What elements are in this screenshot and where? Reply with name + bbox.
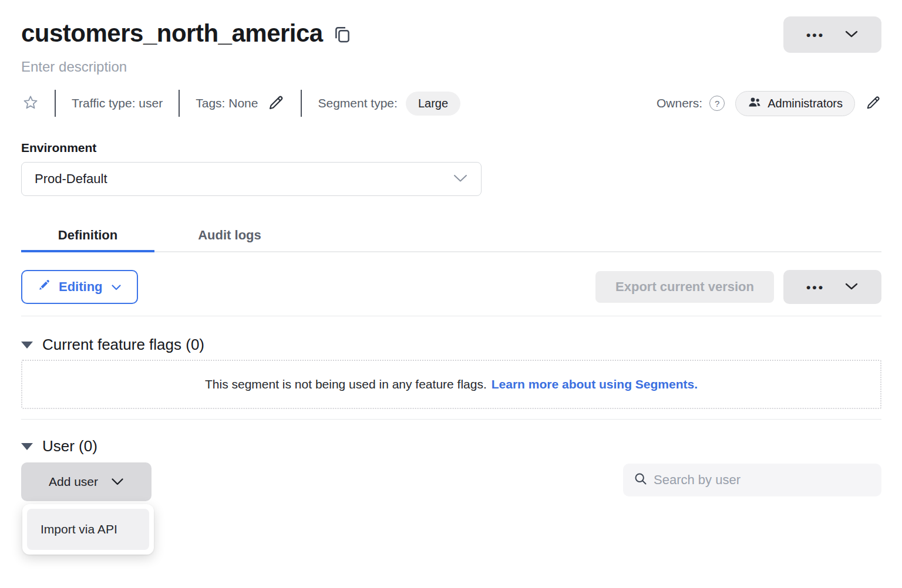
feature-flags-heading: Current feature flags (0) [42, 336, 204, 354]
user-section-toggle[interactable]: User (0) [21, 437, 881, 455]
add-user-label: Add user [49, 475, 98, 489]
toolbar-more-menu-button[interactable]: ••• [783, 270, 881, 304]
header-more-menu-button[interactable]: ••• [783, 16, 881, 53]
pencil-icon [865, 94, 881, 113]
user-heading: User (0) [42, 437, 97, 455]
tab-audit-logs[interactable]: Audit logs [172, 219, 287, 251]
favorite-button[interactable] [22, 94, 39, 113]
edit-owners-button[interactable] [865, 94, 881, 113]
tags-label: Tags: None [196, 96, 258, 110]
pencil-icon [38, 279, 51, 295]
owners-value: Administrators [768, 97, 843, 110]
tab-definition[interactable]: Definition [21, 219, 154, 251]
triangle-down-icon [21, 443, 33, 450]
tags-group: Tags: None [196, 94, 285, 113]
star-icon [22, 94, 39, 113]
definition-toolbar: Editing Export current version ••• [21, 270, 881, 304]
environment-section: Environment Prod-Default [21, 141, 881, 196]
feature-flags-empty-state: This segment is not being used in any fe… [21, 360, 881, 409]
divider [179, 90, 180, 117]
add-user-dropdown-menu: Import via API [22, 504, 154, 555]
ellipsis-icon: ••• [806, 281, 824, 293]
add-user-dropdown-wrap: Add user Import via API [21, 462, 152, 501]
divider [21, 316, 881, 316]
divider [21, 419, 881, 420]
ellipsis-icon: ••• [806, 29, 824, 41]
triangle-down-icon [21, 342, 33, 349]
divider [301, 90, 302, 117]
meta-row: Traffic type: user Tags: None Segment ty… [21, 89, 881, 117]
segment-type-badge: Large [406, 92, 460, 116]
tab-bar: Definition Audit logs [21, 219, 881, 252]
divider [55, 90, 56, 117]
chevron-down-icon [453, 171, 468, 187]
segment-detail-page: customers_north_america ••• Enter descri… [0, 15, 902, 588]
export-current-version-button[interactable]: Export current version [595, 271, 774, 303]
page-header: customers_north_america ••• [21, 15, 881, 52]
copy-icon [334, 25, 351, 46]
learn-more-link[interactable]: Learn more about using Segments. [492, 377, 698, 391]
page-title: customers_north_america [21, 15, 323, 52]
chevron-down-icon [844, 30, 859, 40]
owners-group: Owners: ? Administrators [657, 91, 881, 116]
environment-select[interactable]: Prod-Default [21, 162, 482, 196]
editing-status-button[interactable]: Editing [21, 270, 138, 304]
help-icon[interactable]: ? [709, 96, 725, 111]
feature-flags-section-toggle[interactable]: Current feature flags (0) [21, 336, 881, 354]
segment-type-group: Segment type: Large [318, 92, 460, 116]
user-search-box [623, 464, 881, 496]
add-user-button[interactable]: Add user [21, 462, 152, 501]
chevron-down-icon [111, 475, 124, 489]
search-by-user-input[interactable] [654, 472, 871, 488]
segment-type-label: Segment type: [318, 96, 397, 110]
chevron-down-icon [111, 279, 122, 295]
editing-label: Editing [59, 279, 103, 295]
environment-label: Environment [21, 141, 881, 155]
copy-name-button[interactable] [334, 25, 351, 46]
edit-tags-button[interactable] [267, 94, 285, 113]
traffic-type-label: Traffic type: user [72, 96, 163, 110]
menu-item-import-via-api[interactable]: Import via API [27, 509, 149, 550]
user-controls-row: Add user Import via API [21, 462, 881, 501]
people-icon [748, 96, 762, 111]
description-field[interactable]: Enter description [21, 59, 881, 75]
environment-selected-value: Prod-Default [35, 171, 107, 187]
pencil-icon [267, 94, 285, 113]
owners-chip: Administrators [735, 91, 855, 116]
owners-label: Owners: [657, 96, 702, 110]
search-icon [634, 472, 648, 488]
empty-state-message: This segment is not being used in any fe… [205, 377, 487, 391]
chevron-down-icon [844, 282, 859, 292]
